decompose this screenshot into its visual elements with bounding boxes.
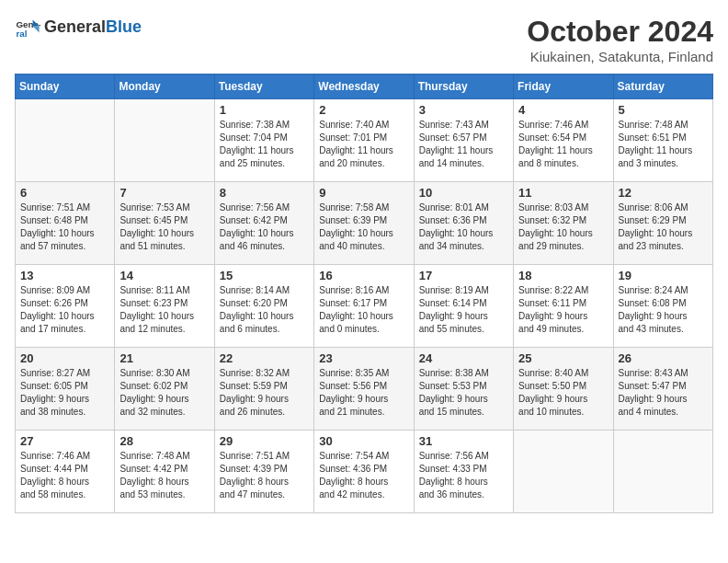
calendar-cell: 12Sunrise: 8:06 AM Sunset: 6:29 PM Dayli… (613, 182, 712, 265)
calendar-header-row: SundayMondayTuesdayWednesdayThursdayFrid… (16, 75, 713, 99)
day-number: 17 (419, 269, 508, 282)
calendar-cell: 3Sunrise: 7:43 AM Sunset: 6:57 PM Daylig… (414, 99, 513, 182)
day-number: 31 (419, 434, 508, 448)
logo: Gene- ral GeneralBlue (15, 15, 142, 40)
day-info: Sunrise: 8:06 AM Sunset: 6:29 PM Dayligh… (619, 201, 708, 253)
day-info: Sunrise: 7:56 AM Sunset: 6:42 PM Dayligh… (220, 201, 309, 253)
day-number: 19 (619, 269, 708, 282)
day-info: Sunrise: 8:27 AM Sunset: 6:05 PM Dayligh… (20, 367, 109, 419)
day-info: Sunrise: 8:19 AM Sunset: 6:14 PM Dayligh… (419, 284, 508, 336)
day-info: Sunrise: 7:56 AM Sunset: 4:33 PM Dayligh… (419, 450, 508, 501)
day-number: 27 (20, 434, 109, 448)
calendar-cell: 25Sunrise: 8:40 AM Sunset: 5:50 PM Dayli… (514, 348, 613, 431)
day-number: 4 (518, 103, 608, 117)
day-info: Sunrise: 8:32 AM Sunset: 5:59 PM Dayligh… (220, 367, 309, 419)
calendar-cell: 17Sunrise: 8:19 AM Sunset: 6:14 PM Dayli… (414, 265, 513, 348)
day-number: 1 (220, 103, 309, 117)
day-number: 25 (518, 351, 608, 365)
title-section: October 2024 Kiukainen, Satakunta, Finla… (527, 15, 713, 64)
calendar-cell: 26Sunrise: 8:43 AM Sunset: 5:47 PM Dayli… (613, 348, 712, 431)
day-number: 30 (319, 434, 408, 448)
day-number: 28 (119, 434, 209, 448)
day-number: 9 (319, 186, 408, 200)
day-info: Sunrise: 7:38 AM Sunset: 7:04 PM Dayligh… (220, 119, 309, 170)
day-info: Sunrise: 8:09 AM Sunset: 6:26 PM Dayligh… (20, 284, 109, 336)
day-info: Sunrise: 8:22 AM Sunset: 6:11 PM Dayligh… (518, 284, 608, 336)
calendar-cell: 14Sunrise: 8:11 AM Sunset: 6:23 PM Dayli… (115, 265, 214, 348)
calendar-cell: 6Sunrise: 7:51 AM Sunset: 6:48 PM Daylig… (16, 182, 115, 265)
calendar-cell: 31Sunrise: 7:56 AM Sunset: 4:33 PM Dayli… (414, 431, 513, 513)
day-info: Sunrise: 7:48 AM Sunset: 6:51 PM Dayligh… (619, 119, 708, 170)
calendar-cell (514, 431, 613, 513)
day-info: Sunrise: 8:14 AM Sunset: 6:20 PM Dayligh… (220, 284, 309, 336)
calendar-cell: 19Sunrise: 8:24 AM Sunset: 6:08 PM Dayli… (613, 265, 712, 348)
page-header: Gene- ral GeneralBlue October 2024 Kiuka… (15, 15, 713, 64)
day-info: Sunrise: 8:11 AM Sunset: 6:23 PM Dayligh… (119, 284, 209, 336)
day-number: 16 (319, 269, 408, 282)
day-number: 26 (619, 351, 708, 365)
calendar-cell (613, 431, 712, 513)
day-number: 11 (518, 186, 608, 200)
calendar-cell: 15Sunrise: 8:14 AM Sunset: 6:20 PM Dayli… (214, 265, 313, 348)
header-wednesday: Wednesday (314, 75, 414, 99)
calendar-week-1: 6Sunrise: 7:51 AM Sunset: 6:48 PM Daylig… (16, 182, 713, 265)
day-number: 7 (119, 186, 209, 200)
day-info: Sunrise: 8:01 AM Sunset: 6:36 PM Dayligh… (419, 201, 508, 253)
calendar-cell: 1Sunrise: 7:38 AM Sunset: 7:04 PM Daylig… (214, 99, 313, 182)
day-info: Sunrise: 7:54 AM Sunset: 4:36 PM Dayligh… (319, 450, 408, 501)
calendar-cell: 9Sunrise: 7:58 AM Sunset: 6:39 PM Daylig… (314, 182, 414, 265)
day-info: Sunrise: 7:46 AM Sunset: 4:44 PM Dayligh… (20, 450, 109, 501)
day-number: 8 (220, 186, 309, 200)
calendar-cell: 7Sunrise: 7:53 AM Sunset: 6:45 PM Daylig… (115, 182, 214, 265)
day-number: 12 (619, 186, 708, 200)
calendar-cell: 13Sunrise: 8:09 AM Sunset: 6:26 PM Dayli… (16, 265, 115, 348)
calendar-cell: 4Sunrise: 7:46 AM Sunset: 6:54 PM Daylig… (514, 99, 613, 182)
day-number: 3 (419, 103, 508, 117)
day-number: 18 (518, 269, 608, 282)
calendar-cell: 27Sunrise: 7:46 AM Sunset: 4:44 PM Dayli… (16, 431, 115, 513)
calendar-cell: 10Sunrise: 8:01 AM Sunset: 6:36 PM Dayli… (414, 182, 513, 265)
day-number: 6 (20, 186, 109, 200)
calendar-cell: 24Sunrise: 8:38 AM Sunset: 5:53 PM Dayli… (414, 348, 513, 431)
day-info: Sunrise: 7:58 AM Sunset: 6:39 PM Dayligh… (319, 201, 408, 253)
day-info: Sunrise: 7:40 AM Sunset: 7:01 PM Dayligh… (319, 119, 408, 170)
calendar-week-4: 27Sunrise: 7:46 AM Sunset: 4:44 PM Dayli… (16, 431, 713, 513)
calendar-cell: 20Sunrise: 8:27 AM Sunset: 6:05 PM Dayli… (16, 348, 115, 431)
calendar-table: SundayMondayTuesdayWednesdayThursdayFrid… (15, 74, 713, 513)
day-number: 20 (20, 351, 109, 365)
day-info: Sunrise: 8:38 AM Sunset: 5:53 PM Dayligh… (419, 367, 508, 419)
logo-blue: Blue (106, 18, 142, 37)
day-info: Sunrise: 8:24 AM Sunset: 6:08 PM Dayligh… (619, 284, 708, 336)
day-number: 29 (220, 434, 309, 448)
day-info: Sunrise: 7:51 AM Sunset: 4:39 PM Dayligh… (220, 450, 309, 501)
day-info: Sunrise: 7:48 AM Sunset: 4:42 PM Dayligh… (119, 450, 209, 501)
calendar-week-2: 13Sunrise: 8:09 AM Sunset: 6:26 PM Dayli… (16, 265, 713, 348)
logo-general: General (44, 18, 106, 37)
logo-icon: Gene- ral (15, 15, 40, 40)
calendar-cell: 21Sunrise: 8:30 AM Sunset: 6:02 PM Dayli… (115, 348, 214, 431)
day-number: 21 (119, 351, 209, 365)
day-info: Sunrise: 7:53 AM Sunset: 6:45 PM Dayligh… (119, 201, 209, 253)
calendar-cell: 5Sunrise: 7:48 AM Sunset: 6:51 PM Daylig… (613, 99, 712, 182)
day-number: 14 (119, 269, 209, 282)
calendar-cell (16, 99, 115, 182)
calendar-week-3: 20Sunrise: 8:27 AM Sunset: 6:05 PM Dayli… (16, 348, 713, 431)
calendar-week-0: 1Sunrise: 7:38 AM Sunset: 7:04 PM Daylig… (16, 99, 713, 182)
day-info: Sunrise: 8:03 AM Sunset: 6:32 PM Dayligh… (518, 201, 608, 253)
calendar-cell: 30Sunrise: 7:54 AM Sunset: 4:36 PM Dayli… (314, 431, 414, 513)
svg-text:ral: ral (16, 29, 27, 39)
day-number: 15 (220, 269, 309, 282)
calendar-cell: 18Sunrise: 8:22 AM Sunset: 6:11 PM Dayli… (514, 265, 613, 348)
day-info: Sunrise: 7:51 AM Sunset: 6:48 PM Dayligh… (20, 201, 109, 253)
day-number: 22 (220, 351, 309, 365)
calendar-cell: 29Sunrise: 7:51 AM Sunset: 4:39 PM Dayli… (214, 431, 313, 513)
day-number: 2 (319, 103, 408, 117)
day-info: Sunrise: 8:30 AM Sunset: 6:02 PM Dayligh… (119, 367, 209, 419)
day-info: Sunrise: 7:46 AM Sunset: 6:54 PM Dayligh… (518, 119, 608, 170)
month-title: October 2024 (527, 15, 713, 49)
day-info: Sunrise: 8:35 AM Sunset: 5:56 PM Dayligh… (319, 367, 408, 419)
calendar-cell: 11Sunrise: 8:03 AM Sunset: 6:32 PM Dayli… (514, 182, 613, 265)
header-sunday: Sunday (16, 75, 115, 99)
calendar-cell: 22Sunrise: 8:32 AM Sunset: 5:59 PM Dayli… (214, 348, 313, 431)
calendar-cell: 8Sunrise: 7:56 AM Sunset: 6:42 PM Daylig… (214, 182, 313, 265)
